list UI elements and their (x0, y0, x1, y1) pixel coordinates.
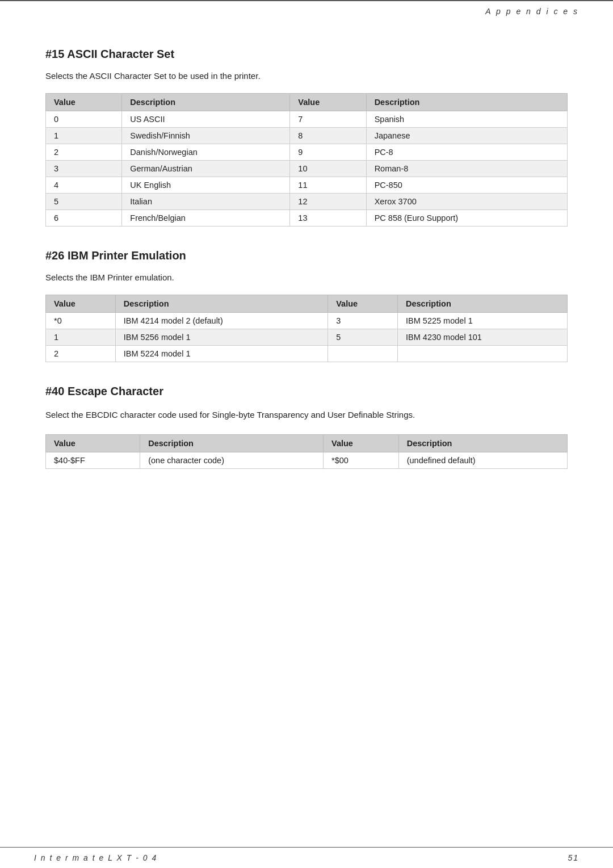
section-40: #40 Escape Character Select the EBCDIC c… (45, 385, 568, 469)
table-cell: 0 (46, 111, 122, 128)
col-header-desc1: Description (115, 295, 328, 313)
col-header-value1: Value (46, 435, 140, 452)
table-row: 2Danish/Norwegian9PC-8 (46, 144, 568, 161)
table-cell: UK English (122, 177, 290, 194)
section-26-title: #26 IBM Printer Emulation (45, 249, 568, 262)
table-cell (398, 346, 568, 362)
table-cell: 1 (46, 128, 122, 144)
table-cell: French/Belgian (122, 210, 290, 227)
table-row: 0US ASCII7Spanish (46, 111, 568, 128)
table-cell: Xerox 3700 (366, 194, 567, 210)
section-15-desc: Selects the ASCII Character Set to be us… (45, 71, 568, 81)
table-cell: 2 (46, 346, 116, 362)
section-15: #15 ASCII Character Set Selects the ASCI… (45, 48, 568, 227)
col-header-value1: Value (46, 295, 116, 313)
table-row: $40-$FF(one character code)*$00(undefine… (46, 452, 568, 469)
table-cell (328, 346, 398, 362)
section-40-desc: Select the EBCDIC character code used fo… (45, 408, 568, 422)
col-header-desc1: Description (140, 435, 324, 452)
table-row: 2IBM 5224 model 1 (46, 346, 568, 362)
col-header-value2: Value (328, 295, 398, 313)
table-cell: 5 (46, 194, 122, 210)
table-cell: (undefined default) (398, 452, 567, 469)
table-cell: Japanese (366, 128, 567, 144)
table-cell: 7 (290, 111, 366, 128)
col-header-value1: Value (46, 94, 122, 111)
table-cell: 2 (46, 144, 122, 161)
col-header-desc2: Description (398, 435, 567, 452)
col-header-value2: Value (290, 94, 366, 111)
page: A p p e n d i c e s #15 ASCII Character … (0, 0, 613, 868)
content: #15 ASCII Character Set Selects the ASCI… (0, 19, 613, 537)
table-cell: Spanish (366, 111, 567, 128)
table-row: 6French/Belgian13PC 858 (Euro Support) (46, 210, 568, 227)
table-cell: 9 (290, 144, 366, 161)
table-row: 5Italian12Xerox 3700 (46, 194, 568, 210)
section-40-title: #40 Escape Character (45, 385, 568, 398)
table-row: 4UK English11PC-850 (46, 177, 568, 194)
table-cell: US ASCII (122, 111, 290, 128)
table-cell: Swedish/Finnish (122, 128, 290, 144)
table-cell: German/Austrian (122, 161, 290, 177)
table-cell: IBM 5224 model 1 (115, 346, 328, 362)
section-15-title: #15 ASCII Character Set (45, 48, 568, 61)
table-cell: 8 (290, 128, 366, 144)
table-cell: IBM 4214 model 2 (default) (115, 313, 328, 329)
footer-bar: I n t e r m a t e L X T - 0 4 51 (0, 847, 613, 868)
table-cell: Italian (122, 194, 290, 210)
table-cell: $40-$FF (46, 452, 140, 469)
table-cell: 13 (290, 210, 366, 227)
table-cell: (one character code) (140, 452, 324, 469)
table-row: *0IBM 4214 model 2 (default)3IBM 5225 mo… (46, 313, 568, 329)
table-cell: IBM 5225 model 1 (398, 313, 568, 329)
section-26-table: Value Description Value Description *0IB… (45, 295, 568, 362)
table-cell: 6 (46, 210, 122, 227)
header-text: A p p e n d i c e s (485, 7, 579, 16)
section-40-table: Value Description Value Description $40-… (45, 434, 568, 469)
table-cell: PC 858 (Euro Support) (366, 210, 567, 227)
table-cell: 11 (290, 177, 366, 194)
table-cell: PC-850 (366, 177, 567, 194)
header-bar: A p p e n d i c e s (0, 0, 613, 19)
section-15-table: Value Description Value Description 0US … (45, 93, 568, 227)
col-header-desc2: Description (366, 94, 567, 111)
section-26-desc: Selects the IBM Printer emulation. (45, 272, 568, 282)
table-cell: *$00 (324, 452, 399, 469)
table-cell: PC-8 (366, 144, 567, 161)
col-header-value2: Value (324, 435, 399, 452)
table-cell: 10 (290, 161, 366, 177)
table-cell: 3 (46, 161, 122, 177)
table-row: 3German/Austrian10Roman-8 (46, 161, 568, 177)
footer-right: 51 (568, 853, 579, 862)
table-cell: 12 (290, 194, 366, 210)
table-cell: IBM 5256 model 1 (115, 329, 328, 346)
table-cell: IBM 4230 model 101 (398, 329, 568, 346)
table-row: 1IBM 5256 model 15IBM 4230 model 101 (46, 329, 568, 346)
table-cell: 1 (46, 329, 116, 346)
table-cell: *0 (46, 313, 116, 329)
section-26: #26 IBM Printer Emulation Selects the IB… (45, 249, 568, 362)
table-cell: 3 (328, 313, 398, 329)
footer-left: I n t e r m a t e L X T - 0 4 (34, 853, 157, 862)
table-cell: 4 (46, 177, 122, 194)
table-cell: Roman-8 (366, 161, 567, 177)
table-cell: Danish/Norwegian (122, 144, 290, 161)
table-row: 1Swedish/Finnish8Japanese (46, 128, 568, 144)
col-header-desc1: Description (122, 94, 290, 111)
col-header-desc2: Description (398, 295, 568, 313)
table-cell: 5 (328, 329, 398, 346)
